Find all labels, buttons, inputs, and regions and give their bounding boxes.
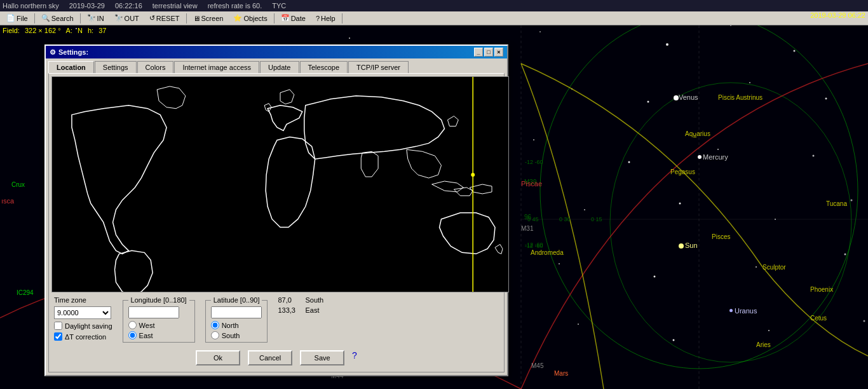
- north-radio[interactable]: [211, 321, 219, 329]
- label-psca: ısca: [1, 197, 14, 205]
- svg-text:0  30: 0 30: [559, 216, 571, 222]
- close-button[interactable]: ×: [494, 48, 503, 57]
- maximize-button[interactable]: □: [484, 48, 493, 57]
- field-value: 322 × 162 °: [25, 27, 61, 34]
- svg-point-56: [864, 320, 865, 322]
- label-mercury: Mercury: [703, 153, 728, 161]
- label-aries: Aries: [756, 341, 771, 348]
- svg-point-28: [717, 149, 719, 150]
- west-radio[interactable]: [128, 321, 137, 329]
- menu-in[interactable]: 🔭 IN: [82, 13, 109, 24]
- svg-point-6: [539, 31, 541, 32]
- menu-reset[interactable]: ↺ RESET: [144, 13, 185, 24]
- tab-settings[interactable]: Settings: [95, 61, 137, 73]
- menu-file[interactable]: 📄 File: [1, 13, 33, 24]
- lat-val-2: 133,3: [278, 306, 300, 314]
- catalog-name: TYC: [272, 2, 286, 10]
- menu-screen[interactable]: 🖥 Screen: [188, 13, 229, 24]
- label-phoenix: Phoenix: [810, 286, 833, 293]
- menu-out[interactable]: 🔭 OUT: [109, 13, 144, 24]
- settings-dialog: ⚙ Settings: _ □ × Location Settings Colo…: [44, 44, 508, 376]
- date-icon: 📅: [281, 14, 290, 22]
- dt-correction-checkbox[interactable]: [54, 332, 62, 341]
- menu-date[interactable]: 📅 Date: [276, 13, 311, 24]
- view-mode: terrestrial view: [153, 2, 198, 10]
- longitude-radio-group: West East: [128, 321, 189, 339]
- save-button[interactable]: Save: [300, 350, 344, 365]
- tab-telescope[interactable]: Telescope: [300, 61, 348, 73]
- tab-content: Time zone 9.0000 Daylight saving ΔT corr…: [48, 73, 505, 372]
- svg-point-36: [679, 203, 681, 205]
- ok-button[interactable]: Ok: [196, 350, 240, 365]
- label-m45: M45: [531, 362, 543, 369]
- help-link[interactable]: ?: [352, 350, 357, 365]
- lat-val-1: 87,0: [278, 296, 300, 304]
- label-aquarius: Aqu̲arius: [685, 130, 710, 137]
- buttons-row: Ok Cancel Save ?: [51, 346, 501, 369]
- svg-text:-12 -60: -12 -60: [525, 159, 543, 165]
- venus-dot: [674, 95, 679, 100]
- label-pegasus: Pegasus: [670, 168, 695, 175]
- east-label: East: [139, 332, 153, 339]
- world-map[interactable]: [51, 76, 509, 292]
- svg-point-4: [349, 38, 350, 39]
- minimize-button[interactable]: _: [474, 48, 483, 57]
- north-radio-row: North: [211, 321, 262, 329]
- cancel-button[interactable]: Cancel: [248, 350, 292, 365]
- south-label: South: [222, 332, 240, 339]
- menu-divider-4: [274, 13, 275, 24]
- longitude-input[interactable]: 126,97: [128, 306, 179, 318]
- label-m31: M31: [521, 225, 533, 232]
- svg-point-54: [673, 339, 675, 341]
- timezone-select[interactable]: 9.0000: [54, 306, 111, 319]
- tab-tcpip[interactable]: TCP/IP server: [348, 61, 409, 73]
- svg-point-47: [844, 254, 846, 256]
- tab-update[interactable]: Update: [260, 61, 299, 73]
- east-radio[interactable]: [128, 331, 137, 339]
- label-piscae: Piscae: [521, 180, 542, 188]
- svg-point-29: [813, 155, 815, 157]
- svg-point-53: [578, 324, 579, 325]
- latitude-input[interactable]: 36,57: [211, 306, 262, 318]
- field-bar: Field: 322 × 162 ° A: N h: 37: [0, 25, 254, 36]
- dt-correction-label: ΔT correction: [65, 333, 106, 341]
- dt-correction-row: ΔT correction: [54, 332, 112, 341]
- menu-search[interactable]: 🔍 Search: [36, 13, 79, 24]
- south-radio[interactable]: [211, 331, 219, 339]
- bottom-controls: Time zone 9.0000 Daylight saving ΔT corr…: [51, 292, 501, 346]
- menu-help[interactable]: ? Help: [311, 13, 341, 24]
- a-value: N: [78, 27, 83, 34]
- tab-colors[interactable]: Colors: [137, 61, 174, 73]
- coord-marker-1: -12 -60: [525, 242, 543, 248]
- tabs-container: Location Settings Colors Internet image …: [46, 58, 507, 73]
- west-radio-row: West: [128, 321, 189, 329]
- label-sculptor: Sculptor: [763, 264, 786, 271]
- label-crux: Crux: [11, 181, 25, 188]
- timezone-group: Time zone 9.0000 Daylight saving ΔT corr…: [54, 296, 112, 341]
- label-uranus: Uranus: [735, 307, 757, 315]
- svg-point-55: [768, 330, 770, 331]
- svg-point-18: [648, 101, 649, 103]
- lat-label-2: East: [305, 306, 327, 314]
- menu-divider-2: [80, 13, 81, 24]
- longitude-group: Longitude [0..180] 126,97 West East: [123, 296, 195, 343]
- tab-internet[interactable]: Internet image access: [174, 61, 259, 73]
- dialog-title-left: ⚙ Settings:: [50, 48, 88, 57]
- tab-location[interactable]: Location: [48, 61, 94, 73]
- svg-point-45: [654, 276, 656, 278]
- svg-rect-70: [53, 77, 508, 292]
- label-mars: Mars: [554, 370, 568, 377]
- svg-point-8: [666, 43, 668, 46]
- file-icon: 📄: [6, 14, 15, 22]
- refresh-rate: refresh rate is 60.: [208, 2, 262, 10]
- label-ic294: IC294: [17, 289, 34, 296]
- menu-objects[interactable]: ⭐ Objects: [228, 13, 272, 24]
- daylight-saving-row: Daylight saving: [54, 322, 112, 330]
- longitude-label: Longitude [0..180]: [128, 296, 189, 304]
- daylight-saving-label: Daylight saving: [65, 322, 112, 330]
- label-tucana: Tucana: [826, 200, 847, 207]
- svg-point-35: [584, 209, 585, 210]
- label-piscis: Piscis Austrinus: [718, 94, 763, 101]
- daylight-saving-checkbox[interactable]: [54, 322, 62, 330]
- latitude-group: Latitude [0..90] 36,57 North South: [205, 296, 268, 343]
